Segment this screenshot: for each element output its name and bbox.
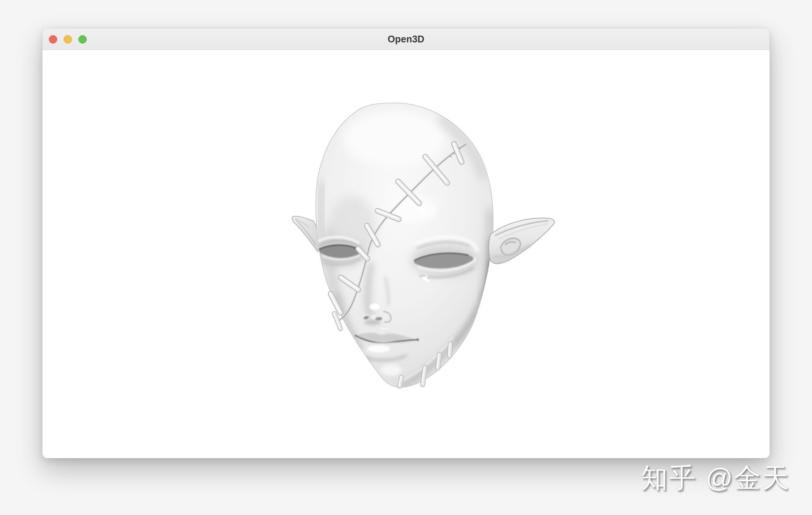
window-controls bbox=[49, 35, 87, 44]
right-ear bbox=[489, 218, 554, 264]
desktop: { "window": { "title": "Open3D", "contro… bbox=[0, 0, 812, 515]
zoom-button[interactable] bbox=[78, 35, 87, 44]
left-ear bbox=[292, 216, 320, 252]
watermark: 知乎 @金天 bbox=[641, 460, 790, 496]
viewport-3d[interactable] bbox=[42, 50, 770, 458]
close-button[interactable] bbox=[49, 35, 57, 44]
head-render bbox=[42, 50, 770, 458]
minimize-button[interactable] bbox=[64, 35, 72, 44]
window-title: Open3D bbox=[387, 34, 424, 45]
open3d-window: Open3D bbox=[42, 28, 770, 458]
titlebar[interactable]: Open3D bbox=[42, 28, 770, 50]
head bbox=[314, 103, 493, 387]
